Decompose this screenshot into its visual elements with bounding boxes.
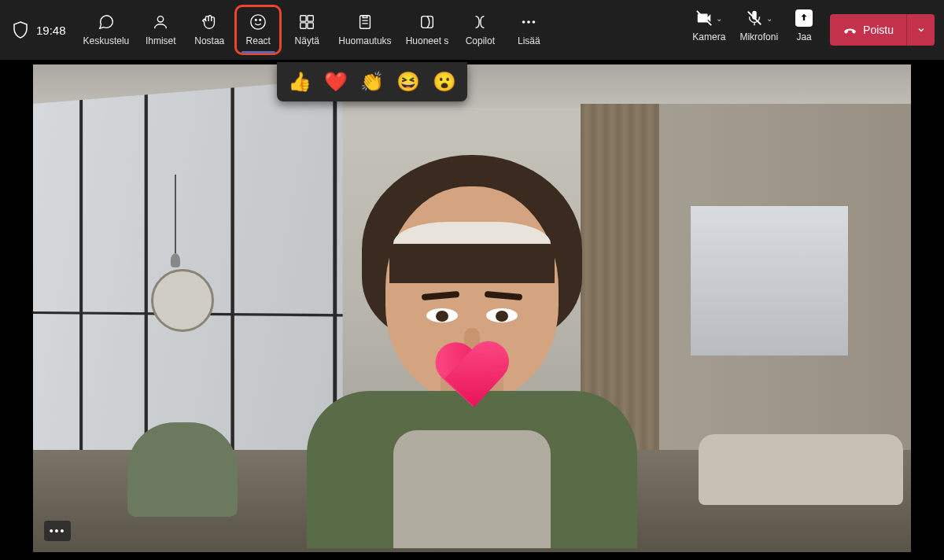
svg-point-10 <box>522 20 525 24</box>
share-icon <box>795 9 813 27</box>
phone-icon <box>843 23 857 37</box>
rooms-button[interactable]: Huoneet s <box>400 5 455 55</box>
camera-control[interactable]: ⌄ Kamera <box>689 5 728 55</box>
svg-point-1 <box>251 15 265 29</box>
mic-control[interactable]: ⌄ Mikrofoni <box>736 5 781 55</box>
svg-rect-5 <box>308 16 313 21</box>
raise-hand-button[interactable]: Nostaa <box>186 5 233 55</box>
rooms-label: Huoneet s <box>406 35 449 46</box>
video-more-options[interactable]: ••• <box>44 521 71 541</box>
rooms-icon <box>419 13 436 31</box>
svg-rect-7 <box>308 23 313 28</box>
people-label: Ihmiset <box>146 35 176 46</box>
camera-off-icon <box>695 9 713 27</box>
notes-label: Huomautuks <box>338 35 391 46</box>
reaction-surprised[interactable]: 😮 <box>433 70 456 94</box>
svg-rect-6 <box>301 23 306 28</box>
reaction-laugh[interactable]: 😆 <box>396 70 420 94</box>
chat-icon <box>98 13 115 31</box>
video-area: ••• <box>33 64 911 552</box>
shield-icon[interactable] <box>9 19 31 41</box>
raise-label: Nostaa <box>194 35 224 46</box>
react-label: React <box>246 35 271 46</box>
svg-point-11 <box>527 20 530 24</box>
mic-label: Mikrofoni <box>739 31 778 42</box>
svg-rect-4 <box>301 16 306 21</box>
more-icon <box>520 13 537 31</box>
notes-button[interactable]: Huomautuks <box>332 5 397 55</box>
hand-icon <box>201 13 218 31</box>
view-label: Näytä <box>295 35 319 46</box>
react-button[interactable]: React <box>234 5 282 55</box>
camera-label: Kamera <box>692 31 725 42</box>
reaction-love[interactable]: ❤️ <box>324 70 348 94</box>
copilot-label: Copilot <box>466 35 495 46</box>
people-icon <box>152 13 169 31</box>
share-label: Jaa <box>796 31 811 42</box>
svg-rect-9 <box>422 17 433 28</box>
chat-button[interactable]: Keskustelu <box>77 5 136 55</box>
people-button[interactable]: Ihmiset <box>137 5 184 55</box>
heart-reaction-overlay <box>433 344 511 414</box>
svg-point-0 <box>158 17 164 22</box>
leave-label: Poistu <box>863 24 894 36</box>
reaction-like[interactable]: 👍 <box>288 70 312 94</box>
svg-point-12 <box>533 20 536 24</box>
mic-chevron[interactable]: ⌄ <box>766 14 773 23</box>
leave-dropdown[interactable] <box>906 14 935 46</box>
copilot-button[interactable]: Copilot <box>456 5 503 55</box>
svg-point-3 <box>260 19 261 20</box>
smile-icon <box>249 13 267 31</box>
view-button[interactable]: Näytä <box>283 5 330 55</box>
reaction-applause[interactable]: 👏 <box>360 70 384 94</box>
mic-off-icon <box>746 9 763 27</box>
camera-chevron[interactable]: ⌄ <box>716 14 722 23</box>
grid-icon <box>298 13 315 31</box>
meeting-timer: 19:48 <box>36 24 66 37</box>
clipboard-icon <box>356 13 374 31</box>
share-button[interactable]: Jaa <box>789 5 819 55</box>
leave-group: Poistu <box>830 14 935 46</box>
copilot-icon <box>471 13 489 31</box>
reaction-popup: 👍 ❤️ 👏 😆 😮 <box>277 62 467 101</box>
meeting-toolbar: 19:48 Keskustelu Ihmiset Nostaa React Nä… <box>0 0 944 60</box>
svg-point-2 <box>256 19 257 20</box>
leave-button[interactable]: Poistu <box>830 14 906 46</box>
more-button[interactable]: Lisää <box>505 5 552 55</box>
more-label: Lisää <box>518 35 540 46</box>
chat-label: Keskustelu <box>83 35 130 46</box>
